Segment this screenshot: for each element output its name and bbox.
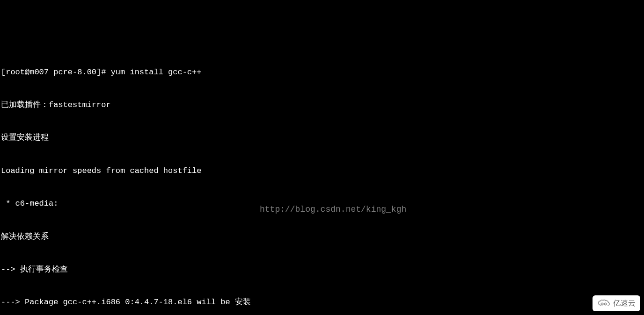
output-line: 解决依赖关系 xyxy=(1,231,643,242)
output-line: * c6-media: xyxy=(1,198,643,209)
output-line: Loading mirror speeds from cached hostfi… xyxy=(1,165,643,176)
svg-point-0 xyxy=(601,303,603,305)
terminal-output[interactable]: [root@m007 pcre-8.00]# yum install gcc-c… xyxy=(0,44,644,315)
cloud-icon xyxy=(597,299,610,308)
output-line: 设置安装进程 xyxy=(1,132,643,143)
svg-point-1 xyxy=(604,303,606,305)
output-line: ---> Package gcc-c++.i686 0:4.4.7-18.el6… xyxy=(1,297,643,308)
command: yum install gcc-c++ xyxy=(111,68,202,77)
command-line: [root@m007 pcre-8.00]# yum install gcc-c… xyxy=(1,67,643,78)
prompt: [root@m007 pcre-8.00]# xyxy=(1,68,111,77)
provider-logo-badge: 亿速云 xyxy=(593,295,640,311)
output-line: --> 执行事务检查 xyxy=(1,264,643,275)
output-line: 已加载插件：fastestmirror xyxy=(1,100,643,110)
logo-text: 亿速云 xyxy=(613,298,636,308)
